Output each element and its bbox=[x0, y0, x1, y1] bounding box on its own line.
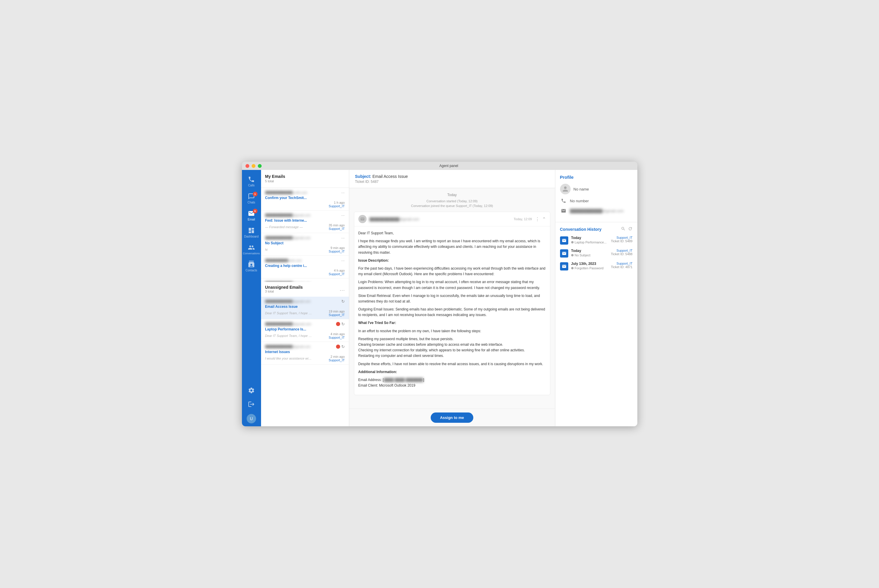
more-options-btn[interactable]: ⋮ bbox=[535, 216, 540, 222]
conversation-body[interactable]: Today Conversation started (Today, 12:09… bbox=[349, 188, 555, 409]
refresh-icon[interactable]: ↻ bbox=[341, 299, 345, 304]
sidebar-settings[interactable] bbox=[242, 384, 261, 398]
profile-name: No name bbox=[573, 187, 589, 191]
more-options-icon[interactable]: ··· bbox=[341, 213, 345, 218]
msg-time: Today, 12:09 bbox=[514, 217, 532, 221]
system-msg-1: Conversation started (Today, 12:09) bbox=[354, 200, 550, 203]
list-item[interactable]: ████████████smith.com ··· Confirm your T… bbox=[261, 188, 349, 210]
history-info: July 13th, 2023 Forgotten Password bbox=[571, 262, 608, 270]
history-date: July 13th, 2023 bbox=[571, 262, 608, 266]
subject-line: Subject: Email Access Issue bbox=[355, 174, 549, 179]
history-item[interactable]: Today Laptop Performance... Support_IT T… bbox=[560, 236, 633, 244]
email-subject: Laptop Performance Is... bbox=[265, 327, 345, 332]
list-item[interactable]: ████████████@gmail.com ··· Fwd: Issue wi… bbox=[261, 210, 349, 233]
history-ticket: Ticket ID: 5489 bbox=[611, 239, 633, 243]
close-btn[interactable] bbox=[246, 164, 249, 168]
sidebar-item-dashboard[interactable]: Dashboard bbox=[242, 224, 261, 241]
history-item[interactable]: Today No Subject Support_IT Ticket ID: 5… bbox=[560, 249, 633, 258]
my-emails-list: ████████████smith.com ··· Confirm your T… bbox=[261, 188, 349, 282]
email-queue: Support_IT bbox=[328, 227, 345, 231]
red-indicator bbox=[336, 345, 340, 349]
sidebar-item-chats[interactable]: 1 Chats bbox=[242, 190, 261, 207]
sidebar-item-calls[interactable]: Calls bbox=[242, 173, 261, 190]
sidebar-logout[interactable] bbox=[242, 398, 261, 412]
history-subject: No Subject bbox=[571, 254, 608, 257]
email-time: 35 min ago bbox=[328, 224, 345, 227]
history-ticket: Ticket ID: 5488 bbox=[611, 252, 633, 256]
sidebar-item-contacts[interactable]: Contacts bbox=[242, 258, 261, 275]
history-subject: Forgotten Password bbox=[571, 266, 608, 270]
unassigned-more-icon[interactable]: ⋯ bbox=[339, 287, 345, 293]
sender-email: ██████████desk.com bbox=[265, 259, 302, 262]
message-header: ████████████@gmail.com Today, 12:09 ⋮ ⌃ bbox=[354, 212, 550, 226]
chats-badge: 1 bbox=[253, 192, 258, 196]
history-email-icon bbox=[560, 262, 568, 270]
sender-email: ████████████@gmail.com bbox=[265, 345, 311, 348]
conversation-history-section: Conversation History bbox=[555, 222, 638, 426]
phone-icon bbox=[248, 176, 255, 183]
profile-title: Profile bbox=[560, 175, 633, 180]
profile-email-row: ████████████@gmail.com bbox=[560, 207, 633, 214]
email-subject: Creating a help centre i... bbox=[265, 264, 345, 268]
msg-sender-email: ████████████@gmail.com bbox=[369, 217, 419, 221]
right-panel: Profile No name No number bbox=[555, 170, 638, 426]
minimize-btn[interactable] bbox=[252, 164, 255, 168]
unassigned-title: Unassigned Emails bbox=[265, 285, 303, 290]
message-card: ████████████@gmail.com Today, 12:09 ⋮ ⌃ … bbox=[354, 212, 550, 395]
more-options-icon[interactable]: ··· bbox=[341, 258, 345, 263]
email-header: Subject: Email Access Issue Ticket ID: 5… bbox=[349, 170, 555, 188]
sender-email: ████████████@gmail.com bbox=[265, 236, 311, 240]
email-subject: Internet Issues bbox=[265, 350, 345, 354]
more-options-icon[interactable]: ··· bbox=[341, 236, 345, 240]
email-queue: Support_IT bbox=[328, 272, 345, 276]
unassigned-count: 3 total bbox=[265, 290, 303, 293]
refresh-icon[interactable] bbox=[628, 226, 633, 232]
more-options-icon[interactable]: ··· bbox=[341, 190, 345, 195]
history-queue: Support_IT bbox=[616, 236, 632, 239]
item-icons: ↻ bbox=[341, 299, 345, 304]
maximize-btn[interactable] bbox=[258, 164, 262, 168]
assign-to-me-button[interactable]: Assign to me bbox=[430, 412, 474, 423]
list-item[interactable]: ████████████@gmail.com ··· No Subject hi… bbox=[261, 233, 349, 256]
profile-name-row: No name bbox=[560, 184, 633, 194]
history-item[interactable]: July 13th, 2023 Forgotten Password Suppo… bbox=[560, 262, 633, 270]
email-subject: Fwd: Issue with Interne... bbox=[265, 219, 345, 222]
date-divider: Today bbox=[354, 193, 550, 197]
search-icon[interactable] bbox=[621, 226, 626, 232]
list-item[interactable]: ████████████l@gmail.com ↻ Laptop Perform… bbox=[261, 319, 349, 342]
user-avatar[interactable]: U bbox=[247, 414, 256, 423]
history-queue: Support_IT bbox=[616, 262, 632, 265]
email-time: 1 h ago bbox=[334, 201, 345, 204]
sidebar-item-email[interactable]: 6 Email bbox=[242, 207, 261, 224]
list-item[interactable]: ██████████desk.com ··· Creating a help c… bbox=[261, 256, 349, 278]
message-avatar bbox=[358, 215, 367, 223]
sender-email: ████████████smith.com bbox=[265, 191, 308, 194]
email-icon bbox=[560, 207, 567, 214]
email-time: 2 min ago bbox=[330, 355, 345, 358]
history-right: Support_IT Ticket ID: 4871 bbox=[611, 262, 633, 269]
list-item[interactable]: ████████████@gmail.com ↻ Email Access Is… bbox=[261, 297, 349, 319]
email-queue: Support_IT bbox=[328, 250, 345, 253]
sidebar-item-conversations[interactable]: Conversations bbox=[242, 241, 261, 258]
history-right: Support_IT Ticket ID: 5488 bbox=[611, 249, 633, 256]
phone-icon bbox=[560, 197, 567, 204]
email-queue: Support_IT bbox=[328, 313, 345, 316]
history-title: Conversation History bbox=[560, 227, 602, 232]
list-item[interactable]: ████████████@gmail.com ↻ Internet Issues… bbox=[261, 342, 349, 364]
refresh-icon[interactable]: ↻ bbox=[341, 322, 345, 326]
my-emails-section: My Emails 5 total bbox=[261, 170, 349, 188]
assign-footer: Assign to me bbox=[349, 409, 555, 426]
refresh-icon[interactable]: ↻ bbox=[341, 344, 345, 349]
email-preview: Dear IT Support Team, I hope this ... bbox=[265, 334, 312, 338]
conversations-icon bbox=[248, 244, 255, 251]
email-subject: No Subject bbox=[265, 241, 345, 245]
app-body: Calls 1 Chats 6 Email Dashboard Conversa… bbox=[242, 170, 638, 426]
email-badge: 6 bbox=[253, 209, 258, 213]
red-indicator bbox=[336, 322, 340, 326]
email-preview: I would like your assistance with a ... bbox=[265, 357, 312, 360]
expand-btn[interactable]: ⌃ bbox=[542, 216, 546, 222]
calls-label: Calls bbox=[248, 184, 255, 187]
list-item[interactable]: ████████████@gmail.com ··· Urgent Reques… bbox=[261, 278, 349, 282]
email-label: Email bbox=[248, 218, 255, 221]
sidebar-bottom: U bbox=[242, 384, 261, 426]
